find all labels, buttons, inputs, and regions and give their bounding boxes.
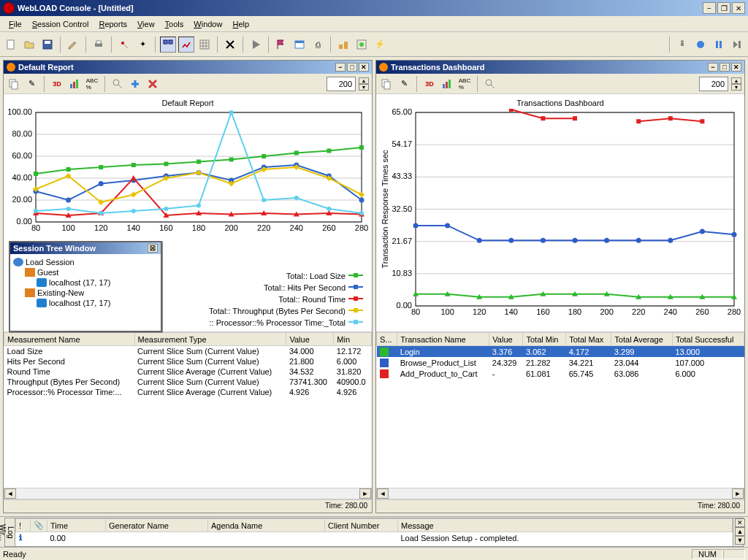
abc-icon[interactable]: ABC% xyxy=(85,77,99,91)
maximize-button[interactable]: ❐ xyxy=(717,2,730,14)
table-row[interactable]: Hits Per SecondCurrent Slice Sum (Curren… xyxy=(4,356,372,367)
print-icon[interactable] xyxy=(91,37,107,53)
tree-node-existing[interactable]: Existing-New xyxy=(13,288,158,298)
3d-icon[interactable]: 3D xyxy=(50,77,64,91)
control1-icon[interactable] xyxy=(674,37,690,53)
right-scrollbar[interactable]: ◄ ► xyxy=(376,488,744,499)
table-header[interactable]: Total Average xyxy=(611,333,673,346)
record-icon[interactable] xyxy=(692,37,709,53)
next-icon[interactable] xyxy=(729,37,745,53)
table-header[interactable]: Total Successful xyxy=(672,333,744,346)
spin-down-icon[interactable]: ▼ xyxy=(359,84,369,91)
table-row[interactable]: Browse_Product_List24.32921.28234.22123.… xyxy=(377,357,744,368)
brush-icon[interactable]: ✎ xyxy=(397,77,411,91)
session-tree-close-icon[interactable]: ☒ xyxy=(148,244,158,253)
log-scroll-down-icon[interactable]: ▼ xyxy=(735,536,745,545)
3d-icon[interactable]: 3D xyxy=(422,77,437,91)
table-row[interactable]: Throughput (Bytes Per Second)Current Sli… xyxy=(4,377,372,387)
panel-minimize-icon[interactable]: − xyxy=(708,63,718,72)
bar-chart-icon[interactable] xyxy=(440,77,454,91)
delete-icon[interactable] xyxy=(222,37,238,53)
bar-chart-icon[interactable] xyxy=(67,77,82,91)
tree-node-host1[interactable]: localhost (17, 17) xyxy=(13,277,158,288)
tree-node-host2[interactable]: localhost (17, 17) xyxy=(13,298,158,308)
panel-maximize-icon[interactable]: □ xyxy=(720,63,730,72)
session-tree-titlebar[interactable]: Session Tree Window ☒ xyxy=(10,242,161,254)
abc-icon[interactable]: ABC% xyxy=(457,77,472,91)
spin-down-icon[interactable]: ▼ xyxy=(731,84,741,91)
tool6-icon[interactable] xyxy=(335,37,351,53)
menu-session-control[interactable]: Session Control xyxy=(28,18,94,30)
log-header[interactable]: Client Number xyxy=(325,519,398,532)
scroll-right-icon[interactable]: ► xyxy=(359,488,371,499)
table-row[interactable]: Processor::% Processor Time:...Current S… xyxy=(4,387,372,397)
scroll-right-icon[interactable]: ► xyxy=(732,488,744,499)
scroll-left-icon[interactable]: ◄ xyxy=(377,488,389,499)
left-spin-input[interactable] xyxy=(327,77,356,91)
tool8-icon[interactable]: ⚡ xyxy=(372,37,388,53)
table-header[interactable]: Value xyxy=(489,333,523,346)
tool7-icon[interactable] xyxy=(354,37,370,53)
table-row[interactable]: Add_Product_to_Cart-61.08165.74563.0866.… xyxy=(377,368,744,379)
table-row[interactable]: Login3.3763.0624.1723.29913.000 xyxy=(377,346,744,358)
open-icon[interactable] xyxy=(21,37,37,53)
menu-reports[interactable]: Reports xyxy=(94,18,131,30)
right-table[interactable]: S...Transaction NameValueTotal MinTotal … xyxy=(376,332,744,379)
log-row[interactable]: ℹ0.00Load Session Setup - completed. xyxy=(16,532,733,544)
panel-minimize-icon[interactable]: − xyxy=(335,63,346,72)
copy-icon[interactable] xyxy=(7,77,21,91)
panel-close-icon[interactable]: ✕ xyxy=(731,63,741,72)
log-header[interactable]: Time xyxy=(47,519,106,532)
table-header[interactable]: Total Max xyxy=(566,333,611,346)
log-table[interactable]: !📎TimeGenerator NameAgenda NameClient Nu… xyxy=(15,518,733,543)
pause-icon[interactable] xyxy=(711,37,727,53)
copy-icon[interactable] xyxy=(379,77,394,91)
log-scroll-up-icon[interactable]: ▲ xyxy=(735,527,745,536)
tree-root[interactable]: Load Session xyxy=(13,257,158,267)
scroll-left-icon[interactable]: ◄ xyxy=(4,488,16,499)
minimize-button[interactable]: − xyxy=(703,2,716,14)
log-close-icon[interactable]: ✕ xyxy=(735,518,745,527)
log-header[interactable]: Generator Name xyxy=(106,519,208,532)
left-table[interactable]: Measurement NameMeasurement TypeValueMin… xyxy=(4,332,372,397)
transactions-titlebar[interactable]: Transactions Dashboard − □ ✕ xyxy=(376,61,744,74)
panel-close-icon[interactable]: ✕ xyxy=(359,63,369,72)
left-scrollbar[interactable]: ◄ ► xyxy=(4,488,372,499)
tree-node-guest[interactable]: Guest xyxy=(13,267,158,277)
tool5-icon[interactable]: ⎙ xyxy=(310,37,326,53)
zoom-icon[interactable] xyxy=(483,77,497,91)
add-icon[interactable] xyxy=(128,77,142,91)
table-header[interactable]: Measurement Type xyxy=(134,333,286,346)
menu-tools[interactable]: Tools xyxy=(161,18,188,30)
table-header[interactable]: Min xyxy=(334,333,372,346)
table-header[interactable]: Transaction Name xyxy=(397,333,489,346)
table-row[interactable]: Round TimeCurrent Slice Average (Current… xyxy=(4,367,372,377)
spin-up-icon[interactable]: ▲ xyxy=(731,77,741,84)
menu-window[interactable]: Window xyxy=(189,18,226,30)
table-header[interactable]: S... xyxy=(377,333,397,346)
flag-icon[interactable] xyxy=(273,37,289,53)
menu-help[interactable]: Help xyxy=(228,18,253,30)
spin-up-icon[interactable]: ▲ xyxy=(359,77,369,84)
edit-icon[interactable] xyxy=(65,37,81,53)
grid-icon[interactable] xyxy=(196,37,213,53)
session-tree-window[interactable]: Session Tree Window ☒ Load Session Guest… xyxy=(9,241,162,332)
brush-icon[interactable]: ✎ xyxy=(24,77,39,91)
log-header[interactable]: 📎 xyxy=(31,519,47,532)
play-icon[interactable] xyxy=(248,37,264,53)
new-icon[interactable] xyxy=(3,37,19,53)
zoom-icon[interactable] xyxy=(110,77,125,91)
save-icon[interactable] xyxy=(39,37,56,53)
panel-maximize-icon[interactable]: □ xyxy=(347,63,357,72)
log-header[interactable]: Agenda Name xyxy=(208,519,325,532)
log-header[interactable]: Message xyxy=(398,519,733,532)
view-mode2-icon[interactable] xyxy=(178,37,194,53)
remove-icon[interactable] xyxy=(145,77,160,91)
menu-view[interactable]: View xyxy=(133,18,159,30)
window-icon[interactable] xyxy=(291,37,308,53)
table-header[interactable]: Measurement Name xyxy=(4,333,135,346)
default-report-titlebar[interactable]: Default Report − □ ✕ xyxy=(4,61,372,74)
view-mode1-icon[interactable] xyxy=(160,37,176,53)
tool1-icon[interactable] xyxy=(116,37,132,53)
table-row[interactable]: Load SizeCurrent Slice Sum (Current Valu… xyxy=(4,346,372,357)
